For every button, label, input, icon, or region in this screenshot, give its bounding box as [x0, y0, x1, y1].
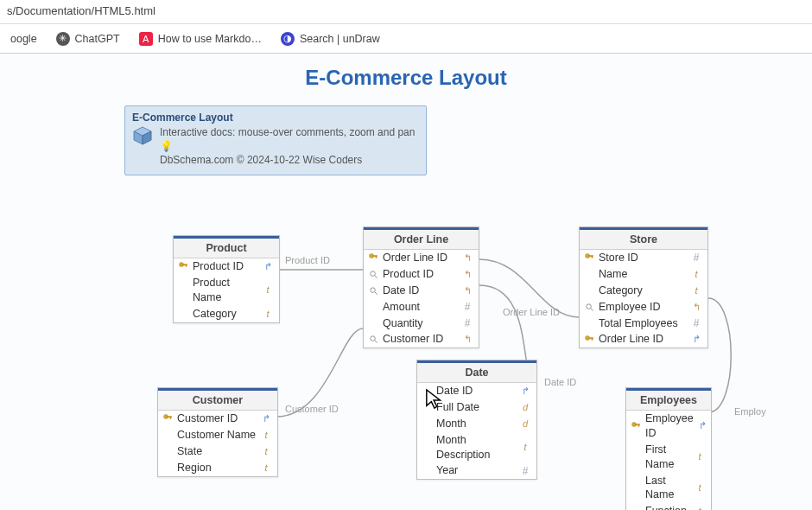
- table-header: Store: [580, 227, 707, 250]
- column-name: Order Line ID: [383, 251, 458, 265]
- table-column[interactable]: Monthd: [417, 416, 536, 432]
- table-column[interactable]: Order Line ID↱: [580, 331, 707, 347]
- column-name: First Name: [645, 443, 690, 472]
- table-header: Customer: [158, 388, 277, 411]
- table-column[interactable]: Regiont: [158, 460, 277, 476]
- table-column[interactable]: Employee ID↱: [626, 411, 711, 442]
- bookmark-chatgpt[interactable]: ✳ ChatGPT: [53, 29, 124, 49]
- magnifier-icon: [367, 284, 379, 296]
- table-date[interactable]: Date Date ID↱Full DatedMonthdMonth Descr…: [416, 360, 537, 480]
- column-name: Product ID: [383, 267, 458, 282]
- table-column[interactable]: Statet: [158, 443, 277, 460]
- table-column[interactable]: Product Namet: [174, 275, 279, 306]
- bookmark-google[interactable]: oogle: [7, 29, 41, 48]
- svg-rect-15: [376, 257, 377, 258]
- magnifier-icon: [367, 268, 379, 280]
- column-name: Name: [599, 267, 687, 282]
- table-order-line[interactable]: Order Line Order Line ID↰Product ID↰Date…: [363, 226, 479, 348]
- table-product[interactable]: Product Product ID↱Product NametCategory…: [173, 235, 280, 323]
- svg-text:Employ: Employ: [734, 406, 766, 417]
- blank-icon: [421, 385, 433, 397]
- svg-text:Order Line ID: Order Line ID: [503, 307, 560, 317]
- table-column[interactable]: Store ID#: [580, 250, 707, 266]
- diagram-canvas[interactable]: E-Commerce Layout E-Commerce Layout Inte…: [0, 54, 812, 510]
- bookmark-label: Search | unDraw: [300, 33, 380, 45]
- type-number-icon: #: [690, 316, 702, 330]
- table-column[interactable]: Total Employees#: [580, 316, 707, 332]
- column-name: Month: [436, 417, 516, 431]
- table-column[interactable]: Amount#: [364, 299, 479, 316]
- blank-icon: [583, 268, 595, 280]
- type-date-icon: d: [519, 418, 531, 430]
- bookmark-undraw[interactable]: ◑ Search | unDraw: [277, 29, 384, 49]
- table-column[interactable]: Year#: [417, 462, 536, 479]
- table-column[interactable]: Product ID↰: [364, 266, 479, 283]
- svg-rect-35: [638, 425, 639, 427]
- table-column[interactable]: Employee ID↰: [580, 299, 707, 316]
- bookmark-markdown[interactable]: A How to use Markdo…: [136, 29, 265, 49]
- table-employees[interactable]: Employees Employee ID↱First NametLast Na…: [625, 387, 712, 510]
- table-column[interactable]: Date ID↰: [364, 283, 479, 299]
- page-title: E-Commerce Layout: [0, 66, 812, 90]
- dbschema-cube-icon: [132, 125, 153, 146]
- table-column[interactable]: Namet: [580, 266, 707, 283]
- address-bar[interactable]: s/Documentation/HTML5.html: [0, 0, 812, 24]
- table-column[interactable]: Customer ID↱: [158, 411, 277, 427]
- table-column[interactable]: Product ID↱: [174, 258, 279, 275]
- type-number-icon: #: [519, 464, 531, 478]
- column-name: Date ID: [436, 384, 516, 398]
- blank-icon: [367, 317, 379, 329]
- column-name: State: [177, 444, 257, 459]
- table-column[interactable]: Last Namet: [626, 473, 711, 504]
- key-icon: [367, 252, 379, 264]
- magnifier-icon: [583, 301, 595, 313]
- table-column[interactable]: Customer Namet: [158, 427, 277, 443]
- column-name: Full Date: [436, 400, 516, 415]
- svg-line-19: [374, 292, 377, 295]
- blank-icon: [421, 418, 433, 430]
- fk-ref-icon: ↱: [519, 385, 531, 398]
- table-column[interactable]: Date ID↱: [417, 383, 536, 399]
- type-text-icon: t: [260, 462, 272, 475]
- svg-rect-29: [592, 339, 593, 341]
- table-column[interactable]: Order Line ID↰: [364, 250, 479, 266]
- table-header: Product: [174, 236, 279, 258]
- blank-icon: [177, 284, 189, 296]
- table-customer[interactable]: Customer Customer ID↱Customer NametState…: [157, 387, 278, 477]
- fk-ref-icon: ↱: [262, 260, 274, 273]
- table-column[interactable]: Quantity#: [364, 316, 479, 332]
- column-name: Employee ID: [645, 411, 694, 441]
- table-header: Order Line: [364, 227, 479, 250]
- table-column[interactable]: First Namet: [626, 442, 711, 473]
- info-panel[interactable]: E-Commerce Layout Interactive docs: mous…: [124, 105, 427, 175]
- fk-arrow-icon: ↰: [461, 252, 473, 265]
- type-text-icon: t: [260, 429, 272, 442]
- type-text-icon: t: [694, 505, 706, 510]
- fk-arrow-icon: ↰: [461, 268, 473, 281]
- type-text-icon: t: [694, 481, 706, 494]
- svg-text:Date ID: Date ID: [544, 377, 576, 387]
- type-number-icon: #: [690, 251, 702, 265]
- table-column[interactable]: Functiont: [626, 503, 711, 510]
- svg-point-25: [586, 303, 591, 309]
- type-number-icon: #: [461, 300, 473, 314]
- column-name: Last Name: [645, 474, 690, 503]
- blank-icon: [162, 445, 174, 457]
- svg-point-18: [370, 288, 375, 293]
- svg-line-21: [374, 341, 377, 343]
- blank-icon: [177, 308, 189, 320]
- blank-icon: [630, 506, 642, 510]
- key-icon: [162, 412, 174, 424]
- table-store[interactable]: Store Store ID#NametCategorytEmployee ID…: [579, 226, 708, 348]
- table-column[interactable]: Categoryt: [174, 306, 279, 322]
- table-column[interactable]: Full Dated: [417, 399, 536, 416]
- blank-icon: [162, 462, 174, 474]
- column-name: Customer Name: [177, 428, 257, 443]
- table-column[interactable]: Categoryt: [580, 283, 707, 299]
- svg-line-26: [590, 308, 593, 310]
- type-text-icon: t: [262, 284, 274, 296]
- markdown-icon: A: [139, 32, 153, 46]
- svg-rect-24: [592, 257, 593, 258]
- table-column[interactable]: Month Descriptiont: [417, 432, 536, 463]
- table-column[interactable]: Customer ID↰: [364, 331, 479, 347]
